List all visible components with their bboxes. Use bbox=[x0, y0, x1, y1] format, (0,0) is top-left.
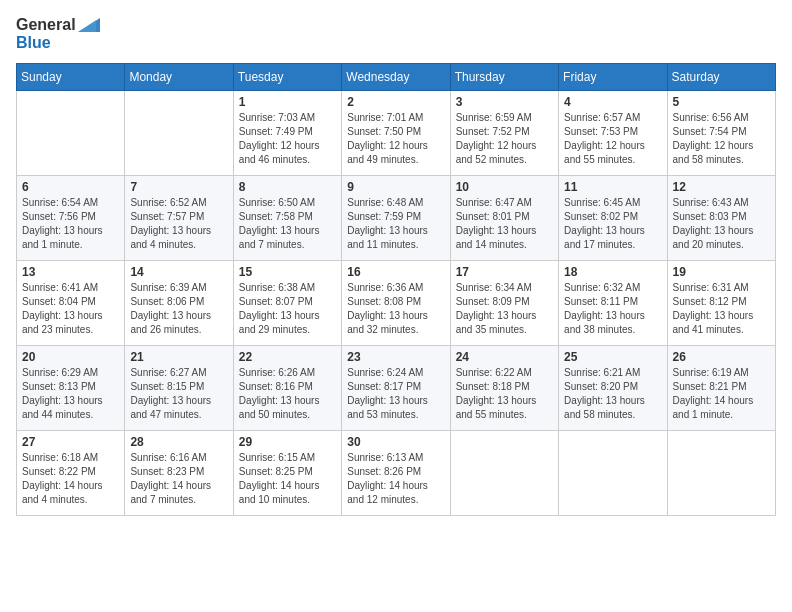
day-info: Sunrise: 6:32 AM Sunset: 8:11 PM Dayligh… bbox=[564, 281, 661, 337]
day-info: Sunrise: 6:19 AM Sunset: 8:21 PM Dayligh… bbox=[673, 366, 770, 422]
calendar-cell: 15Sunrise: 6:38 AM Sunset: 8:07 PM Dayli… bbox=[233, 261, 341, 346]
calendar-cell: 3Sunrise: 6:59 AM Sunset: 7:52 PM Daylig… bbox=[450, 91, 558, 176]
day-info: Sunrise: 6:18 AM Sunset: 8:22 PM Dayligh… bbox=[22, 451, 119, 507]
calendar-cell: 24Sunrise: 6:22 AM Sunset: 8:18 PM Dayli… bbox=[450, 346, 558, 431]
day-number: 9 bbox=[347, 180, 444, 194]
day-info: Sunrise: 6:16 AM Sunset: 8:23 PM Dayligh… bbox=[130, 451, 227, 507]
day-info: Sunrise: 6:29 AM Sunset: 8:13 PM Dayligh… bbox=[22, 366, 119, 422]
day-info: Sunrise: 6:26 AM Sunset: 8:16 PM Dayligh… bbox=[239, 366, 336, 422]
calendar-cell: 11Sunrise: 6:45 AM Sunset: 8:02 PM Dayli… bbox=[559, 176, 667, 261]
day-info: Sunrise: 7:03 AM Sunset: 7:49 PM Dayligh… bbox=[239, 111, 336, 167]
logo: General Blue bbox=[16, 16, 100, 51]
calendar-cell: 2Sunrise: 7:01 AM Sunset: 7:50 PM Daylig… bbox=[342, 91, 450, 176]
calendar-cell bbox=[450, 431, 558, 516]
calendar-cell: 27Sunrise: 6:18 AM Sunset: 8:22 PM Dayli… bbox=[17, 431, 125, 516]
page-header: General Blue bbox=[16, 16, 776, 51]
day-number: 17 bbox=[456, 265, 553, 279]
calendar-cell: 21Sunrise: 6:27 AM Sunset: 8:15 PM Dayli… bbox=[125, 346, 233, 431]
day-info: Sunrise: 6:39 AM Sunset: 8:06 PM Dayligh… bbox=[130, 281, 227, 337]
weekday-header: Tuesday bbox=[233, 64, 341, 91]
day-number: 22 bbox=[239, 350, 336, 364]
weekday-header: Monday bbox=[125, 64, 233, 91]
svg-marker-1 bbox=[78, 20, 96, 32]
day-number: 1 bbox=[239, 95, 336, 109]
day-number: 3 bbox=[456, 95, 553, 109]
day-number: 14 bbox=[130, 265, 227, 279]
calendar-table: SundayMondayTuesdayWednesdayThursdayFrid… bbox=[16, 63, 776, 516]
day-number: 19 bbox=[673, 265, 770, 279]
day-number: 23 bbox=[347, 350, 444, 364]
day-info: Sunrise: 6:52 AM Sunset: 7:57 PM Dayligh… bbox=[130, 196, 227, 252]
day-info: Sunrise: 6:36 AM Sunset: 8:08 PM Dayligh… bbox=[347, 281, 444, 337]
calendar-cell: 9Sunrise: 6:48 AM Sunset: 7:59 PM Daylig… bbox=[342, 176, 450, 261]
day-info: Sunrise: 6:27 AM Sunset: 8:15 PM Dayligh… bbox=[130, 366, 227, 422]
calendar-cell: 20Sunrise: 6:29 AM Sunset: 8:13 PM Dayli… bbox=[17, 346, 125, 431]
calendar-cell: 4Sunrise: 6:57 AM Sunset: 7:53 PM Daylig… bbox=[559, 91, 667, 176]
calendar-cell bbox=[125, 91, 233, 176]
calendar-cell: 17Sunrise: 6:34 AM Sunset: 8:09 PM Dayli… bbox=[450, 261, 558, 346]
day-number: 10 bbox=[456, 180, 553, 194]
day-number: 28 bbox=[130, 435, 227, 449]
calendar-cell: 26Sunrise: 6:19 AM Sunset: 8:21 PM Dayli… bbox=[667, 346, 775, 431]
day-number: 6 bbox=[22, 180, 119, 194]
day-number: 7 bbox=[130, 180, 227, 194]
day-info: Sunrise: 6:34 AM Sunset: 8:09 PM Dayligh… bbox=[456, 281, 553, 337]
calendar-cell: 10Sunrise: 6:47 AM Sunset: 8:01 PM Dayli… bbox=[450, 176, 558, 261]
day-number: 18 bbox=[564, 265, 661, 279]
day-number: 24 bbox=[456, 350, 553, 364]
day-number: 26 bbox=[673, 350, 770, 364]
day-info: Sunrise: 6:22 AM Sunset: 8:18 PM Dayligh… bbox=[456, 366, 553, 422]
day-number: 20 bbox=[22, 350, 119, 364]
day-info: Sunrise: 6:41 AM Sunset: 8:04 PM Dayligh… bbox=[22, 281, 119, 337]
calendar-body: 1Sunrise: 7:03 AM Sunset: 7:49 PM Daylig… bbox=[17, 91, 776, 516]
logo-bird-icon bbox=[78, 18, 100, 32]
calendar-cell bbox=[559, 431, 667, 516]
day-number: 25 bbox=[564, 350, 661, 364]
calendar-cell: 1Sunrise: 7:03 AM Sunset: 7:49 PM Daylig… bbox=[233, 91, 341, 176]
day-number: 13 bbox=[22, 265, 119, 279]
calendar-cell bbox=[17, 91, 125, 176]
day-number: 8 bbox=[239, 180, 336, 194]
day-number: 11 bbox=[564, 180, 661, 194]
day-info: Sunrise: 7:01 AM Sunset: 7:50 PM Dayligh… bbox=[347, 111, 444, 167]
day-number: 4 bbox=[564, 95, 661, 109]
day-info: Sunrise: 6:56 AM Sunset: 7:54 PM Dayligh… bbox=[673, 111, 770, 167]
calendar-cell: 13Sunrise: 6:41 AM Sunset: 8:04 PM Dayli… bbox=[17, 261, 125, 346]
weekday-header: Thursday bbox=[450, 64, 558, 91]
day-info: Sunrise: 6:59 AM Sunset: 7:52 PM Dayligh… bbox=[456, 111, 553, 167]
day-number: 5 bbox=[673, 95, 770, 109]
calendar-cell: 23Sunrise: 6:24 AM Sunset: 8:17 PM Dayli… bbox=[342, 346, 450, 431]
weekday-header: Wednesday bbox=[342, 64, 450, 91]
day-info: Sunrise: 6:13 AM Sunset: 8:26 PM Dayligh… bbox=[347, 451, 444, 507]
day-info: Sunrise: 6:21 AM Sunset: 8:20 PM Dayligh… bbox=[564, 366, 661, 422]
day-info: Sunrise: 6:43 AM Sunset: 8:03 PM Dayligh… bbox=[673, 196, 770, 252]
calendar-cell: 25Sunrise: 6:21 AM Sunset: 8:20 PM Dayli… bbox=[559, 346, 667, 431]
calendar-header: SundayMondayTuesdayWednesdayThursdayFrid… bbox=[17, 64, 776, 91]
calendar-cell: 6Sunrise: 6:54 AM Sunset: 7:56 PM Daylig… bbox=[17, 176, 125, 261]
day-info: Sunrise: 6:38 AM Sunset: 8:07 PM Dayligh… bbox=[239, 281, 336, 337]
calendar-cell: 19Sunrise: 6:31 AM Sunset: 8:12 PM Dayli… bbox=[667, 261, 775, 346]
calendar-cell: 18Sunrise: 6:32 AM Sunset: 8:11 PM Dayli… bbox=[559, 261, 667, 346]
day-info: Sunrise: 6:47 AM Sunset: 8:01 PM Dayligh… bbox=[456, 196, 553, 252]
day-info: Sunrise: 6:24 AM Sunset: 8:17 PM Dayligh… bbox=[347, 366, 444, 422]
day-number: 29 bbox=[239, 435, 336, 449]
weekday-header: Friday bbox=[559, 64, 667, 91]
calendar-cell: 29Sunrise: 6:15 AM Sunset: 8:25 PM Dayli… bbox=[233, 431, 341, 516]
day-number: 15 bbox=[239, 265, 336, 279]
calendar-cell: 5Sunrise: 6:56 AM Sunset: 7:54 PM Daylig… bbox=[667, 91, 775, 176]
day-number: 16 bbox=[347, 265, 444, 279]
weekday-header: Sunday bbox=[17, 64, 125, 91]
calendar-cell: 16Sunrise: 6:36 AM Sunset: 8:08 PM Dayli… bbox=[342, 261, 450, 346]
day-info: Sunrise: 6:48 AM Sunset: 7:59 PM Dayligh… bbox=[347, 196, 444, 252]
calendar-cell: 7Sunrise: 6:52 AM Sunset: 7:57 PM Daylig… bbox=[125, 176, 233, 261]
calendar-cell: 28Sunrise: 6:16 AM Sunset: 8:23 PM Dayli… bbox=[125, 431, 233, 516]
day-info: Sunrise: 6:31 AM Sunset: 8:12 PM Dayligh… bbox=[673, 281, 770, 337]
day-info: Sunrise: 6:45 AM Sunset: 8:02 PM Dayligh… bbox=[564, 196, 661, 252]
day-number: 21 bbox=[130, 350, 227, 364]
logo-general-text: General bbox=[16, 16, 76, 34]
day-number: 2 bbox=[347, 95, 444, 109]
day-number: 30 bbox=[347, 435, 444, 449]
day-number: 27 bbox=[22, 435, 119, 449]
day-info: Sunrise: 6:50 AM Sunset: 7:58 PM Dayligh… bbox=[239, 196, 336, 252]
calendar-cell: 22Sunrise: 6:26 AM Sunset: 8:16 PM Dayli… bbox=[233, 346, 341, 431]
